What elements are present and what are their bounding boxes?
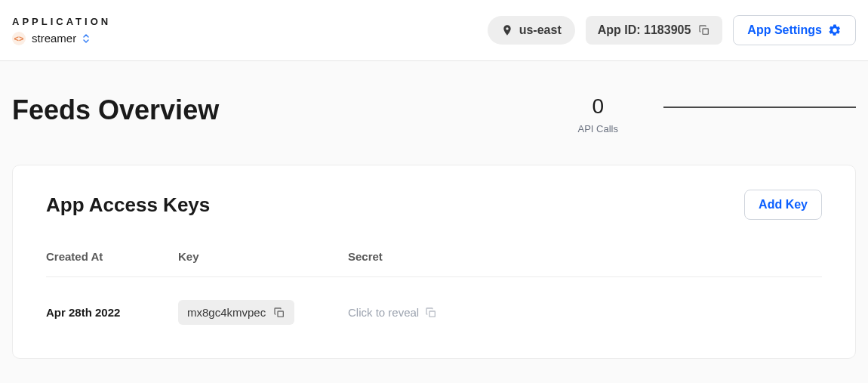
overview-row: Feeds Overview 0 API Calls <box>12 94 856 134</box>
secret-reveal[interactable]: Click to reveal <box>348 306 437 319</box>
svg-rect-1 <box>278 311 283 317</box>
region-chip[interactable]: us-east <box>488 16 575 45</box>
copy-icon[interactable] <box>273 307 285 319</box>
cell-secret: Click to reveal <box>348 306 822 319</box>
card-header: App Access Keys Add Key <box>46 190 822 220</box>
key-value: mx8gc4kmvpec <box>187 306 266 319</box>
app-header: APPLICATION <> streamer us-east App ID: … <box>0 0 868 61</box>
cell-key: mx8gc4kmvpec <box>178 300 348 325</box>
table-header: Created At Key Secret <box>46 250 822 277</box>
copy-icon[interactable] <box>698 24 710 36</box>
api-calls-stat: 0 API Calls <box>578 94 618 134</box>
key-badge[interactable]: mx8gc4kmvpec <box>178 300 294 325</box>
header-left: APPLICATION <> streamer <box>12 16 111 45</box>
app-code-icon: <> <box>12 32 26 45</box>
region-label: us-east <box>519 23 562 37</box>
table-row: Apr 28th 2022 mx8gc4kmvpec Click to reve… <box>46 277 822 325</box>
app-id-label: App ID: 1183905 <box>598 23 691 37</box>
col-header-key: Key <box>178 250 348 263</box>
secret-reveal-label: Click to reveal <box>348 306 419 319</box>
app-name: streamer <box>32 32 76 45</box>
api-calls-label: API Calls <box>578 123 618 134</box>
app-settings-label: App Settings <box>747 23 822 37</box>
keys-table: Created At Key Secret Apr 28th 2022 mx8g… <box>46 250 822 325</box>
page-title: Feeds Overview <box>12 94 219 126</box>
page-content: Feeds Overview 0 API Calls App Access Ke… <box>0 61 868 371</box>
location-pin-icon <box>501 24 513 36</box>
api-calls-value: 0 <box>592 94 604 119</box>
cell-created: Apr 28th 2022 <box>46 306 178 319</box>
chevron-updown-icon <box>82 34 90 43</box>
application-label: APPLICATION <box>12 16 111 27</box>
app-settings-button[interactable]: App Settings <box>733 15 856 45</box>
app-id-chip[interactable]: App ID: 1183905 <box>586 16 723 45</box>
copy-icon[interactable] <box>425 307 437 319</box>
svg-rect-2 <box>429 311 435 317</box>
col-header-created: Created At <box>46 250 178 263</box>
gear-icon <box>828 23 842 37</box>
add-key-button[interactable]: Add Key <box>744 190 822 220</box>
stats-area: 0 API Calls <box>578 94 856 134</box>
col-header-secret: Secret <box>348 250 822 263</box>
svg-rect-0 <box>703 29 708 34</box>
card-title: App Access Keys <box>46 193 210 217</box>
app-selector[interactable]: <> streamer <box>12 32 111 45</box>
sparkline-chart <box>663 107 856 108</box>
header-right: us-east App ID: 1183905 App Settings <box>488 15 856 45</box>
access-keys-card: App Access Keys Add Key Created At Key S… <box>12 165 856 359</box>
